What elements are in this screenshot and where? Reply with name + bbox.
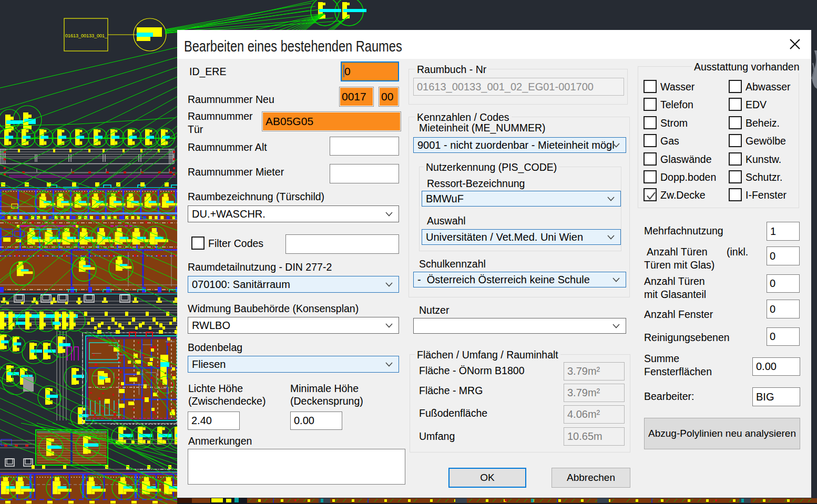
svg-text:01613_00133_001_: 01613_00133_001_ [65,33,108,38]
